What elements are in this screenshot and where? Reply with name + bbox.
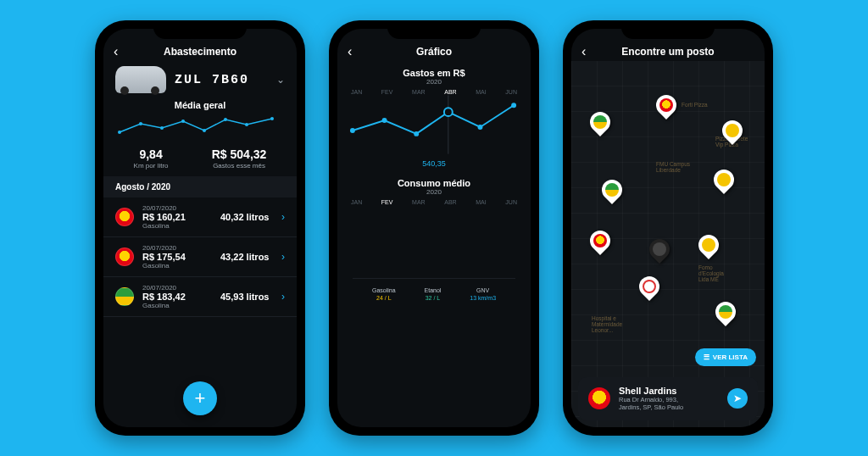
map-pin-shell[interactable] <box>586 226 615 255</box>
chevron-right-icon: › <box>281 291 285 303</box>
svg-point-14 <box>444 108 453 116</box>
svg-point-4 <box>203 129 206 132</box>
topbar: ‹ Encontre um posto <box>571 29 765 61</box>
svg-point-2 <box>160 126 164 130</box>
legend: Gasolina24 / L Etanol32 / L GNV13 km/m3 <box>353 278 515 306</box>
bar-chart[interactable] <box>346 205 522 271</box>
row-date: 20/07/2020 <box>142 204 212 212</box>
svg-point-9 <box>350 128 355 133</box>
chevron-right-icon: › <box>281 211 285 223</box>
back-icon[interactable]: ‹ <box>348 44 352 59</box>
svg-point-0 <box>118 131 121 134</box>
row-liters: 45,93 litros <box>220 292 273 302</box>
topbar: ‹ Gráfico <box>337 29 531 61</box>
row-liters: 43,22 litros <box>220 252 273 262</box>
shell-icon <box>115 208 134 226</box>
topbar: ‹ Abastecimento <box>103 29 297 61</box>
list-item[interactable]: 20/07/2020 R$ 183,42 Gasolina 45,93 litr… <box>103 277 297 317</box>
highlight-value: 540,35 <box>346 159 522 168</box>
map-pin-ip[interactable] <box>709 165 738 194</box>
month-axis: JAN FEV MAR ABR MAI JUN <box>346 86 522 95</box>
back-icon[interactable]: ‹ <box>581 44 586 59</box>
svg-point-5 <box>224 118 227 121</box>
row-price: R$ 175,54 <box>142 252 212 262</box>
monthly-spend-label: Gastos esse mês <box>212 162 267 170</box>
map-pin-ipiranga[interactable] <box>635 272 664 301</box>
station-name: Shell Jardins <box>619 386 683 396</box>
svg-point-7 <box>270 117 274 120</box>
chevron-down-icon: ⌄ <box>276 74 285 86</box>
chevron-right-icon: › <box>281 251 285 263</box>
sparkline-chart <box>103 110 297 144</box>
row-date: 20/07/2020 <box>142 244 212 252</box>
list-item[interactable]: 20/07/2020 R$ 175,54 Gasolina 43,22 litr… <box>103 237 297 277</box>
row-fuel: Gasolina <box>142 222 212 230</box>
phone-abastecimento: ‹ Abastecimento ZUL 7B60 ⌄ Média geral 9… <box>95 20 305 436</box>
row-price: R$ 160,21 <box>142 212 212 222</box>
station-address: Rua Dr Arnaldo, 993,Jardins, SP, São Pau… <box>619 396 683 413</box>
row-fuel: Gasolina <box>142 262 212 270</box>
car-image <box>115 66 166 93</box>
svg-point-13 <box>511 103 516 108</box>
chart-title: Gastos em R$ <box>346 68 522 78</box>
phone-mapa: ‹ Encontre um posto Forti Pizza FMU Camp… <box>563 20 773 436</box>
license-plate: ZUL 7B60 <box>175 73 249 87</box>
svg-point-3 <box>181 120 185 123</box>
svg-point-12 <box>478 125 483 130</box>
map[interactable]: Forti Pizza FMU CampusLiberdade Pizzaria… <box>571 61 765 427</box>
stats-row: 9,84 Km por litro R$ 504,32 Gastos esse … <box>103 144 297 176</box>
line-chart[interactable] <box>346 95 522 154</box>
map-pin-ip[interactable] <box>694 231 723 259</box>
list-item[interactable]: 20/07/2020 R$ 160,21 Gasolina 40,32 litr… <box>103 197 297 237</box>
media-geral-label: Média geral <box>103 100 297 110</box>
bar-chart-block: Consumo médio 2020 JAN FEV MAR ABR MAI J… <box>337 171 531 309</box>
map-pin-br[interactable] <box>586 108 615 136</box>
station-card[interactable]: Shell Jardins Rua Dr Arnaldo, 993,Jardin… <box>578 377 758 421</box>
map-pin-br[interactable] <box>598 175 626 204</box>
row-fuel: Gasolina <box>142 302 212 309</box>
month-header: Agosto / 2020 <box>103 176 297 197</box>
row-price: R$ 183,42 <box>142 292 212 302</box>
svg-point-10 <box>382 118 387 123</box>
page-title: Gráfico <box>416 46 452 58</box>
km-per-liter-value: 9,84 <box>134 147 169 161</box>
row-liters: 40,32 litros <box>220 212 273 222</box>
month-axis: JAN FEV MAR ABR MAI JUN <box>346 196 522 205</box>
shell-icon <box>588 387 610 409</box>
km-per-liter-label: Km por litro <box>134 162 169 170</box>
map-pin-br[interactable] <box>711 298 740 326</box>
line-chart-block: Gastos em R$ 2020 JAN FEV MAR ABR MAI JU… <box>337 61 531 171</box>
page-title: Encontre um posto <box>621 46 714 58</box>
shell-icon <box>115 247 134 266</box>
chart-year: 2020 <box>346 188 522 196</box>
navigate-button[interactable]: ➤ <box>727 388 748 409</box>
monthly-spend-value: R$ 504,32 <box>212 147 267 161</box>
chart-title: Consumo médio <box>346 178 522 188</box>
chart-year: 2020 <box>346 78 522 86</box>
svg-point-11 <box>414 131 419 136</box>
row-date: 20/07/2020 <box>142 284 212 292</box>
page-title: Abastecimento <box>164 46 236 58</box>
svg-point-1 <box>139 122 142 125</box>
br-icon <box>115 287 134 306</box>
add-button[interactable]: + <box>183 381 217 415</box>
ver-lista-label: VER LISTA <box>713 353 748 361</box>
map-pin-shell[interactable] <box>652 91 681 120</box>
list-icon: ☰ <box>704 353 709 361</box>
vehicle-selector[interactable]: ZUL 7B60 ⌄ <box>103 61 297 95</box>
phone-grafico: ‹ Gráfico Gastos em R$ 2020 JAN FEV MAR … <box>329 20 539 436</box>
map-pin-selected[interactable] <box>645 235 674 264</box>
back-icon[interactable]: ‹ <box>114 44 118 59</box>
ver-lista-button[interactable]: ☰ VER LISTA <box>695 348 756 366</box>
svg-point-6 <box>245 123 248 126</box>
